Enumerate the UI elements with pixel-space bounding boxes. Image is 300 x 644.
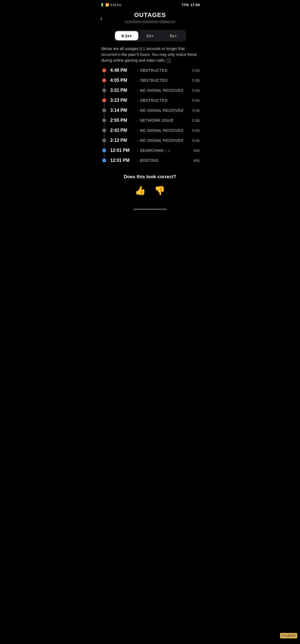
outage-duration: 0.6s xyxy=(192,98,200,103)
dot-blue xyxy=(102,158,106,162)
chevron-icon: › xyxy=(137,68,138,73)
connector-line xyxy=(100,73,200,78)
connector-line xyxy=(100,133,200,138)
outage-time: 12:01 PM xyxy=(110,158,135,163)
outage-duration: 44s xyxy=(193,148,200,153)
outage-time: 2:55 PM xyxy=(110,118,135,123)
clock: 17:04 xyxy=(191,3,200,7)
dot-blue xyxy=(102,148,106,152)
device-id: 01000000-00000000-0088dc20 xyxy=(100,20,200,24)
status-bar: 🔋 📶 9.53 K/s 77% 17:04 xyxy=(96,0,204,9)
list-item[interactable]: 3:31 PM›NO SIGNAL RECEIVED0.6s xyxy=(100,88,200,98)
timeline-dot-wrapper xyxy=(100,68,108,72)
timeline-dot-wrapper xyxy=(100,118,108,122)
dot-gray xyxy=(102,138,106,142)
list-item[interactable]: 2:55 PM›NETWORK ISSUE0.8s xyxy=(100,118,200,128)
connector-line xyxy=(100,113,200,118)
outage-time: 4:48 PM xyxy=(110,68,135,73)
tab-2s[interactable]: 2s+ xyxy=(138,31,162,40)
page-title: OUTAGES xyxy=(100,11,200,19)
outage-type: NETWORK ISSUE xyxy=(140,118,190,123)
connector-line xyxy=(100,153,200,158)
timeline-dot-wrapper xyxy=(100,78,108,82)
outage-type: NO SIGNAL RECEIVED xyxy=(140,88,190,93)
outage-duration: 0.5s xyxy=(192,68,200,73)
connector-line xyxy=(100,123,200,128)
outage-duration: 0.4s xyxy=(192,138,200,143)
timeline-dot-wrapper xyxy=(100,98,108,102)
connector-line xyxy=(100,93,200,98)
tab-01s[interactable]: 0.1s+ xyxy=(115,31,138,40)
chevron-icon: › xyxy=(137,128,138,133)
chevron-icon: › xyxy=(137,78,138,83)
description-text: Below are all outages 0.1 seconds or lon… xyxy=(96,46,204,68)
outage-duration: 0.6s xyxy=(192,128,200,133)
outage-type: OBSTRUCTED xyxy=(140,68,190,73)
list-item[interactable]: 12:01 PM›BOOTING44s xyxy=(100,158,200,163)
list-item[interactable]: 3:14 PM›NO SIGNAL RECEIVED0.4s xyxy=(100,108,200,118)
dot-gray xyxy=(102,108,106,112)
chevron-icon: › xyxy=(137,148,138,153)
timeline-dot-wrapper xyxy=(100,148,108,152)
outage-time: 12:01 PM xyxy=(110,148,135,153)
outage-type: OBSTRUCTED xyxy=(140,78,190,83)
feedback-question: Does this look correct? xyxy=(100,174,200,180)
outage-duration: 0.4s xyxy=(192,108,200,113)
thumbs-up-button[interactable]: 👍 xyxy=(135,185,146,196)
tab-bar: 0.1s+ 2s+ 5s+ xyxy=(114,30,186,41)
chevron-icon: › xyxy=(137,118,138,123)
list-item[interactable]: 2:43 PM›NO SIGNAL RECEIVED0.6s xyxy=(100,128,200,138)
chevron-icon: › xyxy=(137,108,138,113)
chevron-icon: › xyxy=(137,88,138,93)
connector-line xyxy=(100,103,200,108)
list-item[interactable]: 12:01 PM›SEARCHING + 244s xyxy=(100,148,200,158)
outage-time: 3:23 PM xyxy=(110,98,135,103)
outage-time: 3:14 PM xyxy=(110,108,135,113)
feedback-section: Does this look correct? 👍 👎 xyxy=(96,163,204,204)
dot-red xyxy=(102,68,106,72)
tab-5s[interactable]: 5s+ xyxy=(162,31,185,40)
dot-red xyxy=(102,98,106,102)
dot-gray xyxy=(102,128,106,132)
timeline-dot-wrapper xyxy=(100,88,108,92)
outage-type: NO SIGNAL RECEIVED xyxy=(140,128,190,133)
dot-gray xyxy=(102,88,106,92)
outage-type: SEARCHING + 2 xyxy=(140,148,191,153)
list-item[interactable]: 4:05 PM›OBSTRUCTED0.8s xyxy=(100,78,200,88)
status-right: 77% 17:04 xyxy=(182,3,200,7)
outage-type: OBSTRUCTED xyxy=(140,98,190,103)
thumbs-down-button[interactable]: 👎 xyxy=(154,185,165,196)
outage-time: 2:12 PM xyxy=(110,138,135,143)
outage-time: 4:05 PM xyxy=(110,78,135,83)
chevron-icon: › xyxy=(137,98,138,103)
dot-red xyxy=(102,78,106,82)
outage-duration: 0.8s xyxy=(192,118,200,123)
page-header: ‹ OUTAGES 01000000-00000000-0088dc20 xyxy=(96,9,204,26)
outage-type: NO SIGNAL RECEIVED xyxy=(140,108,190,113)
back-button[interactable]: ‹ xyxy=(100,15,102,22)
network-speed: 9.53 K/s xyxy=(110,3,121,7)
connector-line xyxy=(100,83,200,88)
chevron-icon: › xyxy=(137,158,138,163)
outage-time: 3:31 PM xyxy=(110,88,135,93)
status-left: 🔋 📶 9.53 K/s xyxy=(100,3,121,7)
battery-percent: 77% xyxy=(182,3,189,7)
list-item[interactable]: 3:23 PM›OBSTRUCTED0.6s xyxy=(100,98,200,108)
dot-gray xyxy=(102,118,106,122)
list-item[interactable]: 4:48 PM›OBSTRUCTED0.5s xyxy=(100,68,200,78)
outage-duration: 44s xyxy=(193,158,200,163)
battery-icon: 🔋 xyxy=(100,3,104,7)
outage-duration: 0.8s xyxy=(192,78,200,83)
info-icon[interactable]: i xyxy=(166,58,171,63)
feedback-buttons: 👍 👎 xyxy=(100,185,200,196)
list-item[interactable]: 2:12 PM›NO SIGNAL RECEIVED0.4s xyxy=(100,138,200,148)
connector-line xyxy=(100,143,200,148)
outage-duration: 0.6s xyxy=(192,88,200,93)
timeline-dot-wrapper xyxy=(100,108,108,112)
timeline-dot-wrapper xyxy=(100,138,108,142)
outage-time: 2:43 PM xyxy=(110,128,135,133)
chevron-icon: › xyxy=(137,138,138,143)
outage-list: 4:48 PM›OBSTRUCTED0.5s4:05 PM›OBSTRUCTED… xyxy=(96,68,204,163)
home-indicator xyxy=(133,209,167,210)
signal-icons: 📶 xyxy=(105,3,109,7)
